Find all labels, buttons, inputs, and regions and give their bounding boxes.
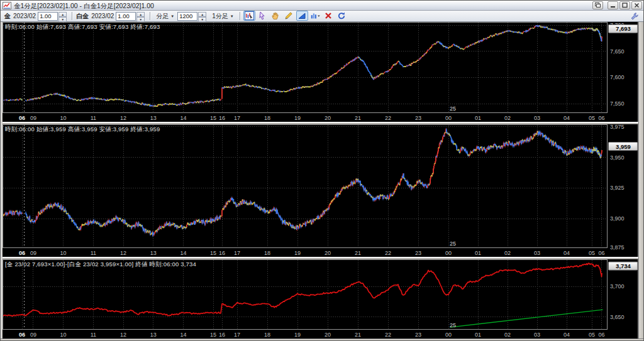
spin-down-icon[interactable]: ▼ bbox=[58, 17, 67, 22]
svg-text:23: 23 bbox=[415, 115, 421, 121]
gold-factor-spinner[interactable]: 1.00 ▲▼ bbox=[38, 12, 67, 21]
spin-down-icon[interactable]: ▼ bbox=[136, 17, 145, 22]
select-arrow-tool[interactable] bbox=[257, 11, 269, 21]
gold-chart-canvas[interactable]: 2506091011121314151617181920212223000102… bbox=[3, 22, 638, 122]
svg-text:3,650: 3,650 bbox=[610, 314, 625, 320]
gold-factor-arrows[interactable]: ▲▼ bbox=[58, 12, 67, 21]
app-window: 金1分足[2023/02]1.00 - 白金1分足[2023/02]1.00 金… bbox=[0, 0, 644, 341]
bar-type-dropdown[interactable]: 分足 ▼ bbox=[153, 11, 177, 22]
bar-count-spinner[interactable]: 1200 ▲▼ bbox=[177, 12, 206, 21]
svg-text:11: 11 bbox=[91, 115, 96, 121]
svg-text:22: 22 bbox=[385, 250, 391, 256]
hand-tool[interactable] bbox=[270, 11, 282, 21]
platinum-factor-arrows[interactable]: ▲▼ bbox=[136, 12, 145, 21]
svg-text:16: 16 bbox=[219, 250, 225, 256]
svg-text:12: 12 bbox=[120, 250, 126, 256]
svg-text:04: 04 bbox=[564, 250, 570, 256]
maximize-button[interactable] bbox=[619, 1, 630, 9]
spin-up-icon[interactable]: ▲ bbox=[136, 12, 145, 17]
svg-text:19: 19 bbox=[294, 250, 301, 256]
interval-dropdown[interactable]: 1分足 ▼ bbox=[209, 11, 237, 22]
titlebar: 金1分足[2023/02]1.00 - 白金1分足[2023/02]1.00 bbox=[1, 1, 644, 11]
spin-up-icon[interactable]: ▲ bbox=[198, 12, 206, 17]
svg-text:05: 05 bbox=[589, 115, 595, 121]
gold-factor-value[interactable]: 1.00 bbox=[38, 12, 58, 21]
svg-text:19: 19 bbox=[294, 332, 301, 338]
svg-text:3,925: 3,925 bbox=[610, 185, 625, 191]
svg-text:00: 00 bbox=[445, 250, 452, 256]
svg-text:05: 05 bbox=[589, 250, 595, 256]
svg-text:3,734: 3,734 bbox=[616, 263, 631, 269]
spread-panel[interactable]: 2506091011121314151617181920212223000102… bbox=[3, 259, 638, 338]
svg-text:18: 18 bbox=[264, 332, 270, 338]
platinum-factor-value[interactable]: 1.00 bbox=[116, 12, 136, 21]
svg-text:3,900: 3,900 bbox=[610, 215, 625, 222]
svg-text:03: 03 bbox=[534, 250, 540, 256]
svg-text:15: 15 bbox=[210, 115, 216, 121]
svg-text:02: 02 bbox=[504, 115, 511, 121]
svg-text:06: 06 bbox=[19, 250, 25, 256]
highlight-tool[interactable] bbox=[296, 11, 308, 21]
minimize-button[interactable] bbox=[608, 1, 618, 9]
svg-text:03: 03 bbox=[534, 332, 540, 338]
platinum-candle-panel[interactable]: 2506091011121314151617181920212223000102… bbox=[3, 124, 638, 257]
gold-candle-panel[interactable]: 2506091011121314151617181920212223000102… bbox=[3, 22, 638, 122]
svg-text:20: 20 bbox=[325, 115, 331, 121]
window-controls bbox=[592, 1, 643, 9]
svg-text:3,950: 3,950 bbox=[610, 154, 625, 161]
popout-button[interactable] bbox=[592, 1, 603, 9]
svg-text:22: 22 bbox=[385, 115, 391, 121]
svg-text:13: 13 bbox=[150, 115, 157, 121]
svg-text:09: 09 bbox=[30, 250, 36, 256]
gold-symbol-label: 金 bbox=[4, 12, 11, 21]
toolbar: 金 2023/02 1.00 ▲▼ 白金 2023/02 1.00 ▲▼ 分足 … bbox=[1, 11, 644, 22]
window-frame-right bbox=[638, 22, 644, 338]
svg-text:7,600: 7,600 bbox=[610, 74, 625, 80]
toolbar-separator bbox=[150, 12, 150, 20]
svg-text:22: 22 bbox=[385, 332, 391, 338]
svg-text:00: 00 bbox=[445, 115, 452, 121]
chart-cursor-tool[interactable] bbox=[243, 11, 255, 21]
spin-up-icon[interactable]: ▲ bbox=[58, 12, 67, 17]
svg-text:05: 05 bbox=[589, 332, 595, 338]
tool-icon-group bbox=[243, 11, 348, 21]
bar-count-value[interactable]: 1200 bbox=[177, 12, 197, 21]
svg-text:18: 18 bbox=[264, 250, 270, 256]
svg-text:7,550: 7,550 bbox=[610, 100, 625, 107]
svg-text:3,700: 3,700 bbox=[610, 283, 625, 290]
close-button[interactable] bbox=[631, 1, 642, 9]
svg-text:14: 14 bbox=[180, 115, 186, 121]
clear-tool[interactable] bbox=[323, 11, 335, 21]
gold-info-line: 時刻:06:00 始値:7,693 高値:7,693 安値:7,693 終値:7… bbox=[5, 23, 160, 31]
last-price-badge: 7,693 bbox=[609, 24, 638, 33]
pencil-tool[interactable] bbox=[283, 11, 295, 21]
svg-text:01: 01 bbox=[475, 250, 481, 256]
platinum-symbol-label: 白金 bbox=[76, 12, 89, 21]
chart-style-dropdown[interactable] bbox=[309, 11, 321, 21]
spin-down-icon[interactable]: ▼ bbox=[198, 17, 206, 22]
chevron-down-icon: ▼ bbox=[230, 14, 234, 18]
svg-text:23: 23 bbox=[415, 250, 421, 256]
bar-count-arrows[interactable]: ▲▼ bbox=[198, 12, 206, 21]
svg-text:16: 16 bbox=[219, 332, 225, 338]
date-label: 25 bbox=[450, 322, 456, 328]
svg-text:20: 20 bbox=[325, 250, 331, 256]
platinum-info-line: 時刻:06:00 始値:3,959 高値:3,959 安値:3,959 終値:3… bbox=[5, 126, 160, 134]
spread-chart-canvas[interactable]: 2506091011121314151617181920212223000102… bbox=[3, 259, 638, 338]
date-label: 25 bbox=[450, 106, 456, 112]
platinum-factor-spinner[interactable]: 1.00 ▲▼ bbox=[116, 12, 145, 21]
svg-text:06: 06 bbox=[598, 115, 604, 121]
svg-text:21: 21 bbox=[355, 115, 361, 121]
settings-wrench-icon[interactable] bbox=[628, 11, 640, 21]
svg-text:23: 23 bbox=[415, 332, 421, 338]
svg-text:03: 03 bbox=[534, 115, 540, 121]
svg-text:02: 02 bbox=[504, 332, 511, 338]
window-frame-left bbox=[1, 22, 3, 338]
platinum-chart-canvas[interactable]: 2506091011121314151617181920212223000102… bbox=[3, 124, 638, 257]
window-frame-bottom bbox=[1, 338, 644, 341]
svg-text:18: 18 bbox=[264, 115, 270, 121]
svg-text:7,650: 7,650 bbox=[610, 48, 625, 55]
toolbar-separator bbox=[72, 12, 72, 20]
reload-tool[interactable] bbox=[336, 11, 348, 21]
chevron-down-icon: ▼ bbox=[170, 14, 174, 18]
